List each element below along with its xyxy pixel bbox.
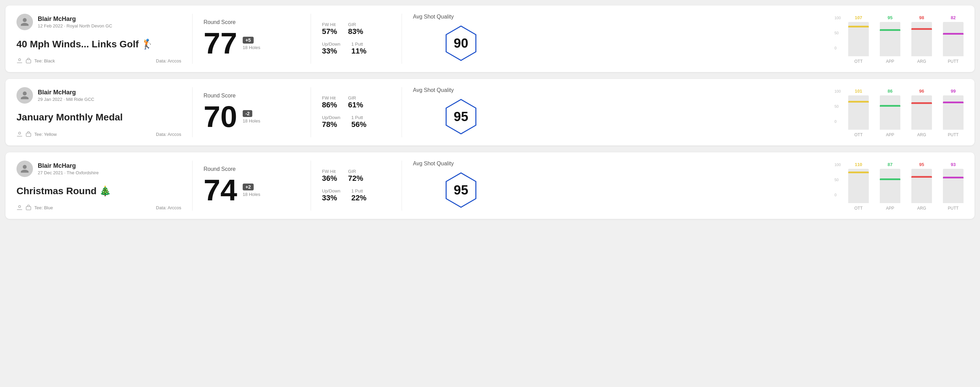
svg-point-4 [19, 206, 21, 208]
updown-label: Up/Down [322, 188, 340, 194]
bar-group-putt: 99PUTT [943, 95, 964, 137]
stats-row-1: FW Hit86%GIR61% [322, 95, 391, 109]
tee-info: Tee: Yellow [16, 131, 57, 137]
fw-hit-stat: FW Hit57% [322, 22, 337, 36]
bar-container-arg: 98 [912, 22, 932, 56]
bar-axis-app: APP [886, 132, 894, 137]
bar-chart-wrapper: 100500101OTT86APP96ARG99PUTT [848, 89, 964, 137]
quality-score: 95 [454, 183, 468, 198]
holes-label: 18 Holes [243, 45, 260, 50]
quality-section: Avg Shot Quality95 [413, 160, 509, 211]
player-info: Blair McHarg27 Dec 2021 · The Oxfordshir… [38, 162, 99, 175]
bar-bg-app [880, 95, 900, 130]
gir-value: 61% [348, 100, 363, 109]
card-left: Blair McHarg12 Feb 2022 · Royal North De… [16, 14, 181, 64]
bar-container-ott: 107 [848, 22, 869, 56]
bar-fill-putt [943, 177, 964, 178]
avatar [16, 87, 33, 104]
data-source: Data: Arccos [156, 58, 181, 63]
bar-container-app: 95 [880, 22, 900, 56]
avatar [16, 160, 33, 177]
bar-container-app: 86 [880, 95, 900, 130]
bar-container-arg: 96 [912, 95, 932, 130]
bar-group-putt: 82PUTT [943, 22, 964, 64]
svg-point-0 [19, 59, 21, 61]
score-label: Round Score [204, 166, 300, 172]
one-putt-value: 11% [351, 47, 366, 56]
fw-hit-label: FW Hit [322, 22, 337, 27]
round-title: Christmas Round 🎄 [16, 185, 181, 197]
score-diff-badge: +5 [243, 37, 254, 44]
bar-fill-arg [912, 28, 932, 30]
bar-container-ott: 101 [848, 95, 869, 130]
bag-icon [25, 205, 32, 211]
weather-icon [16, 205, 23, 211]
divider-3 [402, 14, 402, 64]
score-number: 70 [204, 102, 237, 132]
tee-info: Tee: Blue [16, 205, 53, 211]
bar-value-putt: 93 [951, 162, 956, 167]
gir-stat: GIR72% [348, 169, 363, 183]
card-footer: Tee: Yellow Data: Arccos [16, 131, 181, 137]
updown-label: Up/Down [322, 41, 340, 47]
bar-value-arg: 98 [919, 15, 924, 20]
quality-label: Avg Shot Quality [413, 160, 454, 167]
score-number: 77 [204, 28, 237, 58]
score-badge: +218 Holes [243, 184, 260, 197]
card-left: Blair McHarg29 Jan 2022 · Mill Ride GCCJ… [16, 87, 181, 137]
bar-container-putt: 93 [943, 169, 964, 203]
bar-axis-putt: PUTT [948, 206, 958, 211]
chart-y-labels: 100500 [834, 16, 841, 50]
gir-value: 72% [348, 174, 363, 183]
hexagon-wrapper: 95 [441, 96, 482, 137]
bar-value-app: 86 [888, 89, 892, 94]
bar-value-ott: 107 [855, 15, 862, 20]
updown-label: Up/Down [322, 115, 340, 120]
bar-axis-ott: OTT [854, 132, 862, 137]
chart-section: 100500110OTT87APP95ARG93PUTT [509, 160, 964, 211]
fw-hit-value: 36% [322, 174, 337, 183]
bar-value-app: 95 [888, 15, 892, 20]
bar-fill-arg [912, 176, 932, 178]
bar-fill-ott [848, 26, 869, 27]
quality-label: Avg Shot Quality [413, 87, 454, 93]
bar-group-app: 87APP [880, 169, 900, 211]
bar-container-putt: 99 [943, 95, 964, 130]
one-putt-label: 1 Putt [351, 115, 366, 120]
score-number: 74 [204, 175, 237, 205]
score-label: Round Score [204, 19, 300, 25]
stats-section: FW Hit86%GIR61%Up/Down78%1 Putt56% [322, 87, 391, 137]
card-footer: Tee: Black Data: Arccos [16, 58, 181, 64]
gir-value: 83% [348, 27, 363, 36]
bar-bg-arg [912, 169, 932, 203]
bar-value-arg: 95 [919, 162, 924, 167]
quality-label: Avg Shot Quality [413, 14, 454, 20]
player-name: Blair McHarg [38, 89, 94, 96]
tee-label: Tee: Blue [34, 205, 53, 210]
bar-fill-putt [943, 33, 964, 35]
bar-bg-ott [848, 169, 869, 203]
player-row: Blair McHarg29 Jan 2022 · Mill Ride GCC [16, 87, 181, 104]
player-date: 29 Jan 2022 · Mill Ride GCC [38, 97, 94, 102]
score-section: Round Score74+218 Holes [204, 160, 300, 211]
bar-container-putt: 82 [943, 22, 964, 56]
score-badge: -218 Holes [243, 110, 260, 124]
bar-bg-putt [943, 169, 964, 203]
bag-icon [25, 131, 32, 137]
one-putt-label: 1 Putt [351, 41, 366, 47]
player-name: Blair McHarg [38, 162, 99, 170]
round-title: January Monthly Medal [16, 112, 181, 123]
one-putt-stat: 1 Putt56% [351, 115, 366, 129]
svg-rect-1 [26, 60, 31, 63]
hexagon-wrapper: 95 [441, 170, 482, 211]
tee-label: Tee: Black [34, 58, 55, 63]
gir-label: GIR [348, 22, 363, 27]
weather-icon [16, 131, 23, 137]
player-info: Blair McHarg29 Jan 2022 · Mill Ride GCC [38, 89, 94, 102]
round-title: 40 Mph Winds... Links Golf 🏌️ [16, 38, 181, 50]
bar-group-ott: 101OTT [848, 95, 869, 137]
bar-bg-arg [912, 95, 932, 130]
bar-fill-app [880, 178, 900, 180]
bar-group-ott: 110OTT [848, 169, 869, 211]
player-date: 12 Feb 2022 · Royal North Devon GC [38, 23, 112, 29]
